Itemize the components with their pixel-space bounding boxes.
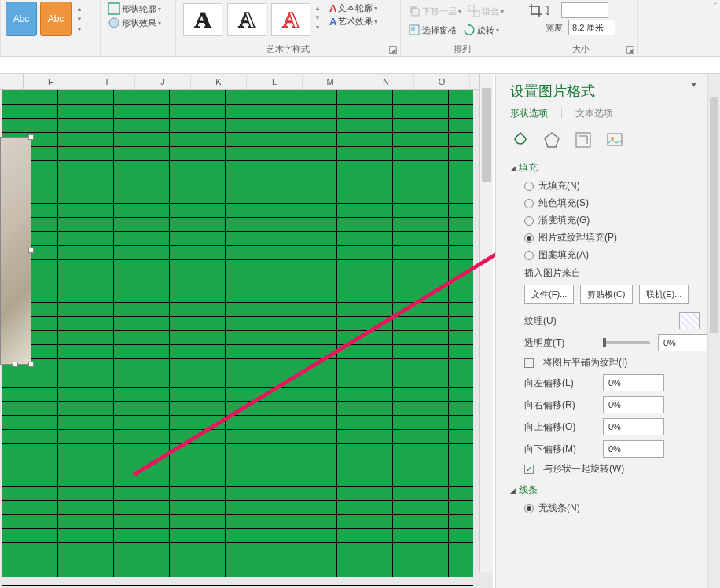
vertical-scrollbar[interactable] <box>479 74 493 572</box>
wordart-style-2[interactable]: A <box>227 3 266 36</box>
col-header[interactable]: O <box>414 74 470 89</box>
col-header[interactable]: K <box>191 74 247 89</box>
col-header[interactable]: I <box>79 74 135 89</box>
shape-style-preset-2[interactable]: Abc <box>40 2 72 36</box>
size-group: 宽度: 大小 ◢ <box>523 0 638 57</box>
panel-title: 设置图片格式 <box>510 82 720 101</box>
rotate-with-shape-checkbox[interactable]: ✓与形状一起旋转(W) <box>524 462 720 476</box>
transparency-slider[interactable] <box>603 341 650 344</box>
scroll-thumb[interactable] <box>482 88 491 182</box>
height-input[interactable] <box>561 2 608 18</box>
offset-left-label: 向左偏移(L) <box>524 377 595 390</box>
size-category-icon[interactable] <box>573 130 593 150</box>
rotate-icon <box>463 24 476 36</box>
arrange-group-label: 排列 <box>401 43 523 55</box>
texture-label: 纹理(U) <box>524 314 595 328</box>
radio-gradient-fill[interactable]: 渐变填充(G) <box>524 214 720 227</box>
radio-picture-fill[interactable]: 图片或纹理填充(P) <box>524 231 720 244</box>
line-section-header[interactable]: ◢线条 <box>510 483 720 497</box>
offset-down-value[interactable]: 0% <box>603 440 664 458</box>
wordart-style-3[interactable]: A <box>271 3 310 36</box>
effects-icon <box>108 17 120 29</box>
offset-up-label: 向上偏移(O) <box>524 421 595 434</box>
resize-handle[interactable] <box>28 248 34 253</box>
picture-category-icon[interactable] <box>604 130 625 150</box>
height-icon <box>546 5 558 16</box>
group-icon <box>468 5 480 17</box>
col-header[interactable]: J <box>135 74 191 89</box>
panel-scroll-thumb[interactable] <box>710 97 718 333</box>
selection-pane-button[interactable]: 选择窗格 <box>406 23 459 37</box>
offset-down-label: 向下偏移(M) <box>524 443 595 456</box>
width-input[interactable] <box>568 20 615 35</box>
col-header[interactable]: L <box>247 74 303 89</box>
effects-category-icon[interactable] <box>542 130 562 150</box>
tab-text-options[interactable]: 文本选项 <box>575 107 613 122</box>
insert-from-file-button[interactable]: 文件(F)... <box>524 285 574 304</box>
rotate-button[interactable]: 旋转▾ <box>461 23 501 37</box>
radio-no-fill[interactable]: 无填充(N) <box>524 179 720 193</box>
size-group-label: 大小 <box>523 43 637 55</box>
pencil-outline-icon <box>108 2 120 15</box>
svg-rect-7 <box>411 27 415 31</box>
svg-rect-0 <box>108 3 119 14</box>
width-label: 宽度: <box>546 22 565 34</box>
send-backward-button[interactable]: 下移一层▾ <box>406 4 464 18</box>
radio-no-line[interactable]: 无线条(N) <box>524 502 720 515</box>
shape-style-preset-1[interactable]: Abc <box>6 2 37 36</box>
wordart-style-1[interactable]: A <box>183 3 222 36</box>
svg-marker-9 <box>545 133 559 147</box>
text-effects-button[interactable]: A 艺术效果▾ <box>327 15 380 28</box>
send-backward-icon <box>408 5 421 17</box>
crop-icon[interactable] <box>528 3 542 17</box>
tile-as-texture-checkbox[interactable]: 将图片平铺为纹理(I) <box>524 356 720 369</box>
insert-from-clipboard-button[interactable]: 剪贴板(C) <box>580 285 632 304</box>
text-effects-icon: A <box>329 16 336 28</box>
shape-outline-button[interactable]: 形状轮廓▾ <box>105 2 171 16</box>
resize-handle[interactable] <box>28 362 34 367</box>
texture-picker[interactable] <box>679 312 700 329</box>
offset-left-value[interactable]: 0% <box>603 374 664 391</box>
offset-up-value[interactable]: 0% <box>603 418 664 435</box>
fill-line-category-icon[interactable] <box>510 130 531 150</box>
panel-scrollbar[interactable] <box>707 74 720 588</box>
wordart-group-label: 艺术字样式 <box>176 43 400 55</box>
col-header[interactable]: H <box>24 74 79 89</box>
svg-rect-5 <box>474 11 479 17</box>
svg-rect-3 <box>412 9 419 16</box>
arrange-group: 下移一层▾ 组合▾ 选择窗格 旋转▾ 排列 <box>401 0 523 57</box>
insert-picture-from-label: 插入图片来自 <box>524 266 720 280</box>
group-button[interactable]: 组合▾ <box>465 4 506 18</box>
shape-outline-effects-group: 形状轮廓▾ 形状效果▾ <box>101 0 176 57</box>
selection-pane-icon <box>408 24 421 36</box>
worksheet-area[interactable]: H I J K L M N O <box>0 74 493 588</box>
text-outline-icon: A <box>329 2 336 14</box>
wordart-dialog-launcher[interactable]: ◢ <box>389 46 397 54</box>
format-picture-panel: ▾ ✕ 设置图片格式 形状选项 | 文本选项 ◢填充 无填充(N) 纯色填充(S… <box>495 74 720 588</box>
formula-bar[interactable] <box>0 57 720 74</box>
svg-rect-10 <box>576 133 590 147</box>
size-dialog-launcher[interactable]: ◢ <box>626 46 634 54</box>
insert-from-online-button[interactable]: 联机(E)... <box>639 285 689 304</box>
offset-right-value[interactable]: 0% <box>603 396 664 413</box>
col-header[interactable]: M <box>303 74 358 89</box>
transparency-label: 透明度(T) <box>524 336 595 350</box>
radio-pattern-fill[interactable]: 图案填充(A) <box>524 248 720 262</box>
fill-section-header[interactable]: ◢填充 <box>510 161 720 175</box>
resize-handle[interactable] <box>13 362 18 367</box>
shape-styles-group-tail: Abc Abc ▲ ▼ ▾ <box>0 0 101 57</box>
col-header[interactable]: N <box>358 74 414 89</box>
svg-rect-11 <box>608 134 622 145</box>
shape-effects-button[interactable]: 形状效果▾ <box>105 16 171 30</box>
svg-rect-4 <box>468 6 474 11</box>
ribbon: Abc Abc ▲ ▼ ▾ 形状轮廓▾ 形状效果▾ A A A ▲ ▼ ▾ <box>0 0 720 57</box>
wordart-styles-group: A A A ▲ ▼ ▾ A 文本轮廓▾ A 艺术效果▾ 艺术字样式 ◢ <box>176 0 401 57</box>
green-fill-range[interactable] <box>2 90 473 577</box>
selected-picture-shape[interactable] <box>0 137 31 365</box>
radio-solid-fill[interactable]: 纯色填充(S) <box>524 197 720 210</box>
ribbon-collapse-chev[interactable]: ˇ <box>714 2 717 11</box>
resize-handle[interactable] <box>28 134 34 140</box>
svg-point-1 <box>109 18 119 28</box>
text-outline-button[interactable]: A 文本轮廓▾ <box>327 2 380 15</box>
tab-shape-options[interactable]: 形状选项 <box>510 107 548 122</box>
